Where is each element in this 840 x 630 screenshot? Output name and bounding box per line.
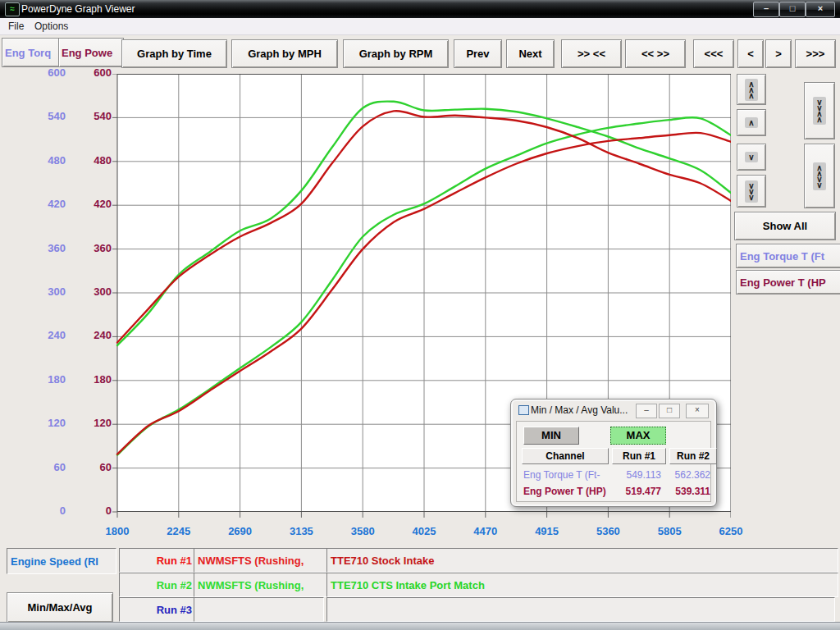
y-tick-label: 120: [28, 417, 66, 429]
y-tick-label: 420: [28, 198, 66, 210]
row-torque-run1-value: 549.113: [612, 469, 661, 481]
row-torque-channel: Eng Torque T (Ft-: [523, 469, 612, 481]
y-tick-label: 180: [74, 373, 112, 386]
run2-description-box[interactable]: TTE710 CTS Intake Port Match: [326, 573, 838, 597]
channel-label-torque[interactable]: Eng Torque T (Ft: [736, 244, 840, 268]
y-tick-label: 480: [74, 154, 112, 167]
y-tick-label: 60: [28, 461, 66, 473]
dialog-icon: [518, 405, 529, 415]
zoom-in-x-button[interactable]: >> <<: [561, 39, 622, 68]
dialog-minimize-icon[interactable]: –: [636, 404, 657, 418]
row-power-channel: Eng Power T (HP): [523, 486, 612, 497]
x-tick-label: 2690: [217, 525, 263, 537]
min-button[interactable]: MIN: [523, 427, 579, 445]
menu-bar: File Options: [0, 18, 840, 35]
run2-file-box: NWMSFTS (Rushing,: [194, 573, 327, 597]
x-tick-label: 5805: [646, 525, 692, 537]
y-zoom-in-button[interactable]: ∨ ∨ ∧ ∧: [804, 82, 835, 139]
show-all-button[interactable]: Show All: [734, 212, 836, 240]
scroll-far-left-button[interactable]: <<<: [693, 39, 734, 68]
run1-description-box[interactable]: TTE710 Stock Intake: [326, 548, 838, 573]
run1-file-box: NWMSFTS (Rushing,: [194, 548, 327, 573]
column-header-channel: Channel: [522, 448, 609, 464]
row-power-run1-value: 519.477: [612, 486, 661, 497]
row-torque-run2-value: 562.362: [666, 469, 710, 481]
y-tick-label: 600: [28, 66, 66, 79]
run3-label-box: Run #3: [119, 597, 198, 622]
y-tick-label: 480: [28, 154, 66, 167]
x-tick-label: 3135: [278, 525, 324, 537]
y-tick-label: 540: [28, 110, 66, 122]
y-tick-label: 180: [28, 373, 66, 386]
scroll-left-button[interactable]: <: [737, 39, 764, 68]
graph-by-rpm-button[interactable]: Graph by RPM: [343, 39, 449, 68]
minmax-dialog-title: Min / Max / Avg Valu...: [531, 404, 628, 416]
x-tick-label: 4915: [524, 525, 570, 537]
column-header-run1: Run #1: [612, 448, 666, 464]
y-tick-label: 420: [74, 198, 112, 210]
y-tick-label: 360: [74, 242, 112, 254]
y-tick-label: 360: [28, 242, 66, 254]
minmax-avg-button[interactable]: Min/Max/Avg: [7, 592, 113, 623]
y-tick-label: 0: [74, 504, 112, 517]
x-tick-label: 2245: [156, 525, 202, 537]
scroll-right-button[interactable]: >: [765, 39, 792, 68]
y-tick-label: 540: [74, 110, 112, 122]
restore-icon[interactable]: □: [779, 2, 806, 17]
next-button[interactable]: Next: [506, 39, 555, 68]
dialog-close-icon[interactable]: ×: [686, 404, 709, 418]
y-zoom-out-button[interactable]: ∧ ∧ ∨ ∨: [804, 144, 835, 208]
graph-by-mph-button[interactable]: Graph by MPH: [231, 39, 338, 68]
max-button[interactable]: MAX: [610, 427, 666, 445]
minimize-icon[interactable]: –: [753, 2, 779, 17]
channel-label-power[interactable]: Eng Power T (HP: [736, 270, 840, 294]
y-tick-label: 240: [28, 329, 66, 341]
minmax-dialog-body: MIN MAX Channel Run #1 Run #2 Eng Torque…: [516, 421, 711, 502]
prev-button[interactable]: Prev: [454, 39, 502, 68]
y-scroll-top-button[interactable]: ∧ ∧ ∧: [737, 74, 766, 105]
column-header-run2: Run #2: [669, 448, 717, 464]
x-tick-label: 3580: [340, 525, 386, 537]
y-tick-label: 60: [74, 461, 112, 473]
y-axis-button-torque[interactable]: Eng Torq: [2, 38, 60, 67]
window-title: PowerDyne Graph Viewer: [21, 3, 135, 15]
graph-by-time-button[interactable]: Graph by Time: [121, 39, 227, 68]
run1-label-box: Run #1: [119, 548, 198, 573]
menu-file[interactable]: File: [5, 21, 27, 32]
app-window: ≈ PowerDyne Graph Viewer – □ × File Opti…: [0, 0, 840, 630]
dialog-restore-icon[interactable]: □: [659, 404, 680, 418]
title-bar: ≈ PowerDyne Graph Viewer – □ ×: [0, 0, 840, 18]
x-tick-label: 1800: [94, 525, 140, 537]
menu-options[interactable]: Options: [31, 21, 71, 32]
y-scroll-down-button[interactable]: ∨: [737, 144, 766, 171]
scroll-far-right-button[interactable]: >>>: [795, 39, 836, 68]
y-tick-label: 120: [74, 417, 112, 429]
app-icon: ≈: [5, 2, 20, 16]
y-axis-button-power[interactable]: Eng Powe: [58, 38, 124, 67]
close-icon[interactable]: ×: [806, 2, 835, 17]
run2-label-box: Run #2: [119, 573, 198, 597]
run3-file-box: [194, 597, 324, 622]
run3-description-box[interactable]: [326, 597, 835, 622]
x-tick-label: 5360: [585, 525, 631, 537]
y-tick-label: 0: [28, 504, 66, 517]
window-frame-bottom: [0, 622, 840, 630]
y-tick-label: 300: [74, 285, 112, 298]
x-tick-label: 6250: [708, 525, 754, 537]
y-tick-label: 600: [74, 66, 112, 79]
y-tick-label: 300: [28, 285, 66, 298]
x-tick-label: 4025: [401, 525, 447, 537]
y-scroll-bottom-button[interactable]: ∨ ∨ ∨: [737, 175, 766, 208]
x-tick-label: 4470: [463, 525, 509, 537]
y-tick-label: 240: [74, 329, 112, 341]
minmax-dialog: Min / Max / Avg Valu... – □ × MIN MAX Ch…: [510, 399, 717, 507]
y-scroll-up-button[interactable]: ∧: [737, 109, 766, 136]
x-axis-channel-box[interactable]: Engine Speed (RI: [7, 548, 116, 574]
zoom-out-x-button[interactable]: << >>: [625, 39, 686, 68]
row-power-run2-value: 539.311: [666, 486, 710, 497]
